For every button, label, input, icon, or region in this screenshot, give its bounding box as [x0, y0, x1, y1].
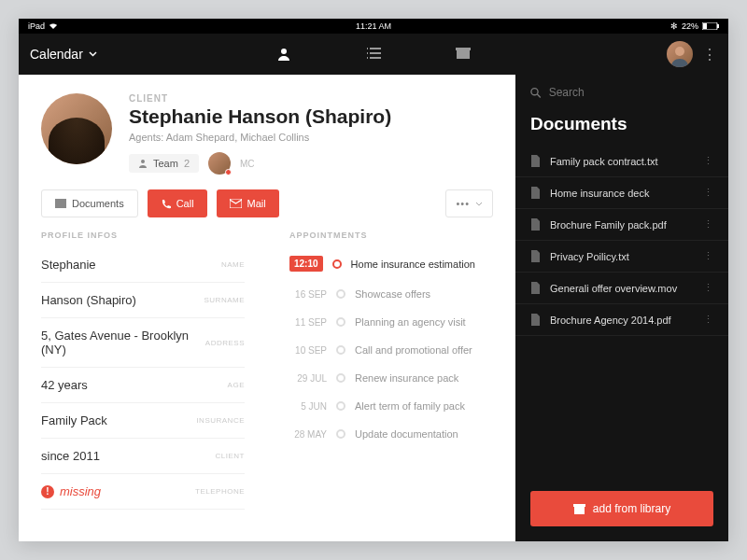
profile-info-title: PROFILE INFOS: [41, 231, 245, 240]
client-avatar[interactable]: [41, 93, 112, 164]
document-item[interactable]: Family pack contract.txt⋮: [515, 146, 728, 177]
mail-icon: [230, 199, 242, 208]
appointment-row[interactable]: 10 SEPCall and promotional offer: [289, 336, 493, 364]
info-row[interactable]: since 2011CLIENT: [41, 439, 245, 474]
svg-point-7: [141, 160, 145, 163]
doc-more-icon[interactable]: ⋮: [703, 155, 713, 167]
timeline-dot-icon: [336, 317, 345, 327]
svg-rect-13: [573, 504, 585, 507]
doc-more-icon[interactable]: ⋮: [703, 314, 713, 326]
info-row[interactable]: StephanieNAME: [41, 247, 245, 283]
appointment-row[interactable]: 11 SEPPlanning an agency visit: [289, 308, 493, 336]
folder-icon: [55, 199, 66, 208]
sidebar-title: Documents: [515, 110, 728, 146]
battery-icon: [702, 22, 719, 30]
agent-avatar-mini[interactable]: [208, 152, 231, 175]
svg-rect-2: [717, 24, 719, 28]
svg-point-11: [531, 88, 538, 94]
appointment-row[interactable]: 5 JUNAlert term of family pack: [289, 392, 493, 420]
bluetooth-icon: ✻: [670, 21, 678, 31]
phone-icon: [161, 199, 171, 209]
doc-more-icon[interactable]: ⋮: [703, 218, 713, 231]
carrier-label: iPad: [28, 21, 45, 31]
appointments-column: APPOINTMENTS 12:10Home insurance estimat…: [267, 231, 515, 541]
search-input[interactable]: [549, 86, 713, 99]
appointment-row[interactable]: 12:10Home insurance estimation: [289, 247, 493, 280]
client-name: Stephanie Hanson (Shapiro): [129, 105, 493, 128]
status-bar: iPad 11:21 AM ✻ 22%: [19, 19, 728, 34]
profile-info-column: PROFILE INFOS StephanieNAMEHanson (Shapi…: [19, 231, 267, 541]
user-avatar[interactable]: [667, 41, 693, 67]
search-icon: [530, 87, 542, 99]
svg-rect-4: [457, 50, 470, 59]
library-icon: [573, 504, 585, 514]
alert-icon: !: [41, 485, 54, 498]
timeline-dot-icon: [336, 289, 345, 299]
timeline-dot-icon: [336, 429, 345, 439]
wifi-icon: [49, 22, 58, 30]
client-label: CLIENT: [129, 93, 493, 104]
main-content: CLIENT Stephanie Hanson (Shapiro) Agents…: [19, 75, 515, 541]
nav-archive-icon[interactable]: [456, 47, 471, 62]
agents-line: Agents: Adam Shepard, Michael Collins: [129, 132, 493, 143]
svg-point-6: [675, 47, 684, 56]
svg-rect-8: [55, 201, 66, 208]
doc-more-icon[interactable]: ⋮: [703, 282, 713, 294]
doc-more-icon[interactable]: ⋮: [703, 187, 713, 199]
timeline-dot-icon: [336, 401, 345, 411]
mail-button[interactable]: Mail: [217, 189, 279, 217]
calendar-label: Calendar: [30, 47, 83, 62]
file-icon: [530, 250, 541, 262]
documents-sidebar: Documents Family pack contract.txt⋮Home …: [515, 75, 728, 541]
document-item[interactable]: Generali offer overview.mov⋮: [515, 273, 728, 304]
search-row[interactable]: [515, 75, 728, 110]
chevron-down-icon: [89, 51, 97, 57]
info-row[interactable]: 42 yearsAGE: [41, 368, 245, 403]
file-icon: [530, 155, 541, 167]
appointment-row[interactable]: 28 MAYUpdate documentation: [289, 420, 493, 448]
svg-rect-9: [55, 199, 66, 201]
app-window: iPad 11:21 AM ✻ 22% Calendar ⋮: [19, 19, 728, 541]
svg-rect-5: [456, 48, 471, 50]
timeline-dot-icon: [336, 345, 345, 355]
nav-person-icon[interactable]: [276, 47, 291, 62]
timeline-dot-icon: [332, 259, 342, 269]
appointment-row[interactable]: 16 SEPShowcase offers: [289, 280, 493, 308]
document-item[interactable]: Privacy Poilicy.txt⋮: [515, 241, 728, 273]
nav-more-icon[interactable]: ⋮: [702, 46, 717, 63]
more-actions-button[interactable]: •••: [445, 189, 493, 217]
file-icon: [530, 218, 541, 231]
svg-rect-1: [703, 23, 707, 29]
timeline-dot-icon: [336, 373, 345, 383]
appointments-title: APPOINTMENTS: [289, 231, 493, 240]
file-icon: [530, 187, 541, 199]
nav-bar: Calendar ⋮: [19, 34, 728, 75]
document-item[interactable]: Home insurance deck⋮: [515, 177, 728, 209]
info-row[interactable]: 5, Gates Avenue - Brooklyn (NY)ADDRESS: [41, 318, 245, 368]
calendar-dropdown[interactable]: Calendar: [30, 47, 97, 62]
chevron-down-icon: [475, 202, 483, 206]
info-row[interactable]: Family PackINSURANCE: [41, 403, 245, 439]
nav-list-icon[interactable]: [366, 47, 381, 62]
clock: 11:21 AM: [356, 21, 391, 31]
info-row-missing[interactable]: !missing TELEPHONE: [41, 474, 245, 510]
battery-pct: 22%: [682, 21, 698, 31]
document-item[interactable]: Brochure Family pack.pdf⋮: [515, 209, 728, 241]
svg-point-3: [281, 49, 287, 54]
call-button[interactable]: Call: [148, 189, 207, 217]
agent-initials: MC: [240, 159, 255, 169]
file-icon: [530, 314, 541, 326]
info-row[interactable]: Hanson (Shapiro)SURNAME: [41, 283, 245, 318]
document-item[interactable]: Brochure Agency 2014.pdf⋮: [515, 304, 728, 336]
documents-button[interactable]: Documents: [41, 189, 138, 217]
doc-more-icon[interactable]: ⋮: [703, 250, 713, 262]
file-icon: [530, 282, 541, 294]
appointment-row[interactable]: 29 JULRenew insurance pack: [289, 364, 493, 392]
add-from-library-button[interactable]: add from library: [530, 491, 713, 526]
team-chip[interactable]: Team 2: [129, 154, 199, 173]
person-icon: [138, 159, 148, 168]
svg-rect-12: [574, 507, 585, 514]
